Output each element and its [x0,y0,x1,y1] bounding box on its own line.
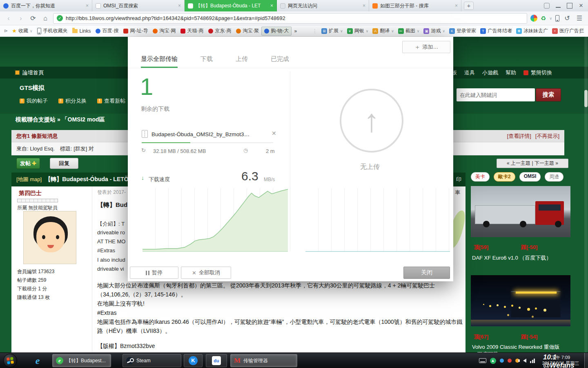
nav-item-language-switch[interactable]: 繁簡切換 [531,69,552,76]
bookmark-mobile-favorites[interactable]: 手机收藏夹 [35,27,70,36]
nav-item[interactable]: 幫助 [506,69,516,76]
plugin-extensions[interactable]: ⊞ 扩展 ∨ [320,27,345,34]
browser-tab-4[interactable]: 网页无法访问 × [277,0,369,11]
browser-tab-2[interactable]: OMSI_百度搜索 × [92,0,185,11]
tab-close-icon[interactable]: × [455,3,458,9]
bookmark-site[interactable]: 淘宝·网 [150,27,178,36]
sidebar-mod-title[interactable]: Volvo 2009 Classic Reworked 重做版（百度下载） [472,343,569,352]
collapse-bookmarks-icon[interactable]: ⊳ [2,28,9,34]
dismiss-link[interactable]: [不再提示] [535,132,559,140]
forum-home-link[interactable]: 論壇首頁 [22,69,44,76]
menu-icon[interactable]: ☰ [575,13,584,23]
tab-downloads[interactable]: 下载 [200,55,213,68]
plugin-screenshot[interactable]: ✂ 截图 ∨ [396,27,421,34]
tab-close-icon[interactable]: × [270,3,273,9]
skin-icon[interactable] [544,3,550,9]
bookmark-site-active[interactable]: 购-物-大 [261,27,292,36]
bookmark-site[interactable]: 淘宝·聚 [234,27,261,36]
scrollbar-thumb[interactable] [584,90,588,107]
my-posts-link[interactable]: ! 我的帖子 [20,97,48,105]
avatar[interactable] [23,211,76,264]
forum-search-button[interactable]: 搜索 [536,88,561,101]
favorites-menu[interactable]: ★ 收藏 ∨ [9,27,35,36]
url-text[interactable]: http://bbs.18wos.org/viewthread.php?tid=… [66,15,285,21]
nav-item[interactable]: 小遊戲 [482,69,498,76]
address-bar[interactable]: ✓ http://bbs.18wos.org/viewthread.php?ti… [53,13,527,24]
volume-icon[interactable] [523,359,526,363]
sidebar-tab-omsi[interactable]: OMSI [519,172,541,182]
close-dialog-button[interactable]: 关闭 [403,267,450,279]
sidebar-mod-thumbnail-volvo[interactable] [471,275,570,326]
taskbar-task-transfer-manager[interactable]: M 传输管理器 [230,354,297,367]
tray-app-icon[interactable] [508,359,512,363]
tab-uploads[interactable]: 上传 [236,55,248,68]
minimize-button[interactable] [555,3,561,9]
tab-close-icon[interactable]: × [86,3,89,9]
sidebar-tab-ets2[interactable]: 歐卡2 [494,172,515,182]
home-button[interactable]: ⌂ [41,13,50,23]
plugin-games[interactable]: ▣ 游戏 ∨ [422,27,447,34]
start-button[interactable] [3,354,17,368]
taskbar-task-browser[interactable]: e 【转】Budapest... [52,354,111,367]
sidebar-mod-title[interactable]: DAF XF Euro6 v1.0 （百度下载） [472,254,569,262]
no-trace-mode-icon[interactable]: ♻ [541,15,546,22]
speed-test-icon[interactable] [530,15,537,22]
plugin-translate[interactable]: A 翻译 ∨ [371,27,396,34]
download-file-name[interactable]: Budapest-Óbuda_OMSI2_by_Bzmot3… [151,131,249,137]
upvote-count[interactable]: 顶[59] [474,244,488,251]
new-post-button[interactable]: 发帖 ✚ [16,158,40,169]
bookmarks-overflow-chevron[interactable]: » [292,27,299,36]
back-button[interactable]: ‹ [4,13,13,23]
maximize-button[interactable] [567,3,572,9]
browser-tab-5[interactable]: 如图三部分干部 - 搜库 × [369,0,461,11]
tray-app-icon[interactable] [500,359,504,363]
refresh-button[interactable]: ⟳ [29,13,38,23]
prev-next-topic-pager[interactable]: « 上一主題 | 下一主題 » [497,159,568,168]
plugin-medical-ad-block[interactable]: + 医疗广告拦 [550,27,586,34]
view-detail-link[interactable]: [查看詳情] [507,132,531,140]
nav-item[interactable]: 道具 [464,69,475,76]
downvote-count[interactable]: 踩[-54] [521,333,537,341]
new-tab-button[interactable]: + [464,2,474,10]
bookmark-site[interactable]: 百度·搜 [93,27,121,36]
forum-search-input[interactable] [457,88,535,101]
tab-close-icon[interactable]: × [363,3,365,9]
page-scrollbar[interactable] [584,37,588,352]
taskbar-task-du[interactable]: du [206,354,227,367]
bookmark-site[interactable]: 京东·商 [206,27,234,36]
forward-button[interactable]: › [16,13,25,23]
taskbar-ie-icon[interactable]: e [29,355,46,367]
keyboard-icon[interactable] [479,358,486,363]
remove-download-icon[interactable]: ✕ [272,130,276,137]
post-author-name[interactable]: 第四巴士 [19,190,42,197]
downvote-count[interactable]: 踩[-50] [521,244,537,251]
chevron-down-icon[interactable]: ∨ [549,16,552,20]
plugin-adfilter-bing[interactable]: ❋ 冰妹妹去广 [514,27,550,34]
bookmark-site[interactable]: 网-址-导 [121,27,150,36]
new-posts-link[interactable]: ! 查看新帖 [97,97,125,105]
browser-tab-1[interactable]: 百度一下，你就知道 × [0,0,92,11]
sidebar-mod-thumbnail-daf[interactable] [471,186,570,237]
bookmark-site[interactable]: 天猫·商 [178,27,206,36]
add-download-button[interactable]: ＋ 添加… [402,41,450,53]
bookmark-links-folder[interactable]: Links [70,27,93,36]
reply-button[interactable]: 回复 [50,158,78,169]
plugin-ebank[interactable]: ¥ 网银 ∨ [345,27,370,34]
plugin-ad-terminator[interactable]: T 广告终结者 [479,27,514,34]
plugin-password-manager[interactable]: K 登录管家 [448,27,478,34]
taskbar-task-steam[interactable]: Steam [122,354,181,367]
points-exchange-link[interactable]: ! 积分兑换 [58,97,87,105]
network-icon[interactable] [530,359,535,363]
breadcrumb[interactable]: 模載聯合支援站 » 「OMSI2 mod區 [16,116,105,123]
restore-session-icon[interactable]: ↺ [563,13,572,23]
print-link-fragment[interactable]: 印 [456,176,461,183]
upvote-count[interactable]: 顶[67] [474,333,488,341]
upload-tray-icon[interactable] [490,358,496,364]
close-window-button[interactable]: ✕ [578,3,584,9]
sidebar-tab-misc[interactable]: 周邊 [545,172,564,182]
tab-completed[interactable]: 已完成 [271,55,289,68]
retry-icon[interactable]: ↻ [141,147,146,153]
tab-close-icon[interactable]: × [178,3,181,9]
browser-tab-3-active[interactable]: 【转】Budapest-Óbuda - LET × [185,0,277,11]
sidebar-tab-ats[interactable]: 美卡 [471,172,490,182]
